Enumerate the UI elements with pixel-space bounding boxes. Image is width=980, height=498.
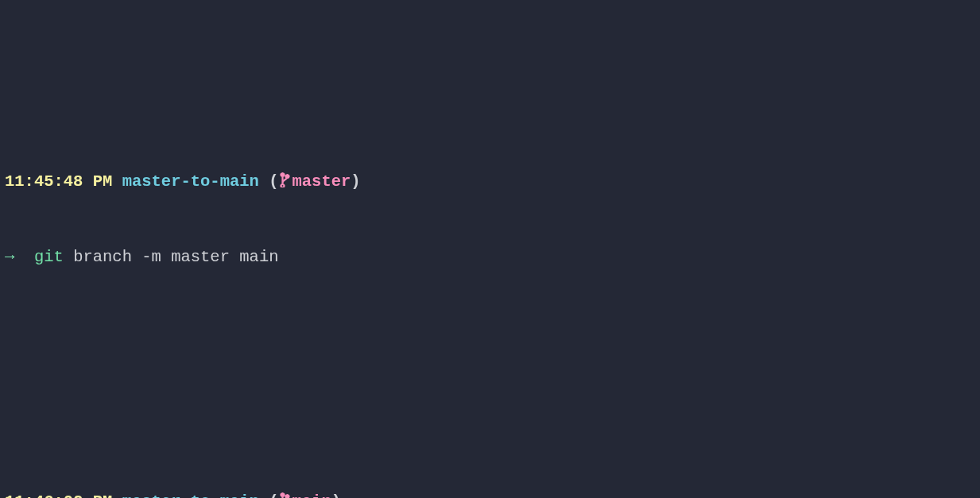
command-block: 11:45:48 PM master-to-main (master) → gi… xyxy=(5,118,975,320)
timestamp: 11:45:48 PM xyxy=(5,172,112,191)
paren-close: ) xyxy=(351,172,360,191)
git-branch-name: main xyxy=(292,492,331,498)
git-branch-icon xyxy=(279,492,291,498)
directory: master-to-main xyxy=(122,492,259,498)
prompt-arrow-icon: → xyxy=(5,248,14,266)
paren-open: ( xyxy=(269,492,278,498)
prompt-line: 11:45:48 PM master-to-main (master) xyxy=(5,169,975,195)
paren-close: ) xyxy=(331,492,341,498)
command-args: branch -m master main xyxy=(73,248,278,266)
directory: master-to-main xyxy=(122,172,259,191)
timestamp: 11:46:02 PM xyxy=(5,492,112,498)
git-branch-name: master xyxy=(292,172,351,191)
command-line[interactable]: → git branch -m master main xyxy=(5,245,975,270)
git-branch-icon xyxy=(279,172,291,191)
terminal[interactable]: 11:45:48 PM master-to-main (master) → gi… xyxy=(0,0,980,498)
command-name: git xyxy=(34,248,64,266)
prompt-line: 11:46:02 PM master-to-main (main) xyxy=(5,489,975,498)
command-block: 11:46:02 PM master-to-main (main) → git … xyxy=(5,438,975,498)
paren-open: ( xyxy=(269,172,278,191)
